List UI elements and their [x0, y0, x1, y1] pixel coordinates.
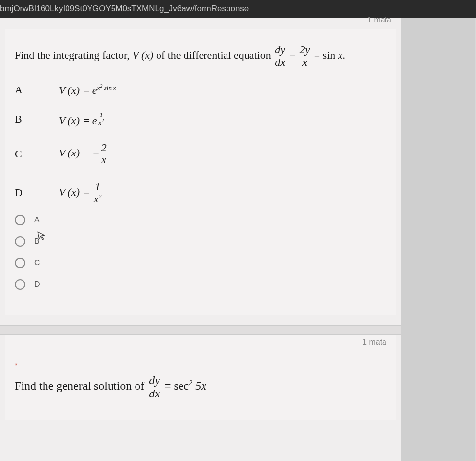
radio-option-a[interactable]: A — [15, 215, 386, 225]
q2-prefix: Find the general solution of — [15, 379, 147, 392]
option-c-letter: C — [15, 148, 59, 160]
radio-option-d[interactable]: D — [15, 279, 386, 290]
option-b-formula: V (x) = e1x2 — [59, 111, 105, 127]
question-2-text: Find the general solution of dy dx = sec… — [5, 369, 396, 420]
option-d-letter: D — [15, 186, 59, 199]
option-a-row: A V (x) = ex2 sin x — [15, 83, 386, 97]
q1-mid: of the differential equation — [156, 49, 273, 61]
q1-frac-dy-dx: dy dx — [273, 44, 287, 68]
radio-label-d: D — [34, 280, 40, 289]
points-badge-top: 1 mata — [0, 13, 401, 24]
card-divider — [0, 325, 401, 335]
option-d-formula: V (x) = 1x2 — [59, 181, 103, 205]
form-page: 1 mata Find the integrating factor, V (x… — [0, 18, 401, 461]
radio-circle-icon — [15, 279, 25, 290]
radio-circle-icon — [15, 236, 25, 247]
points-badge-bottom: 1 mata — [5, 335, 396, 347]
q1-dot: . — [343, 49, 346, 61]
question-2-card: 1 mata * Find the general solution of dy… — [5, 335, 396, 420]
option-c-formula: V (x) = −2x — [59, 142, 108, 166]
radio-label-c: C — [34, 259, 40, 267]
q1-frac-2y-x: 2y x — [298, 44, 311, 68]
q2-frac: dy dx — [147, 374, 161, 400]
radio-label-a: A — [34, 216, 40, 224]
side-gutter — [401, 18, 475, 461]
option-a-formula: V (x) = ex2 sin x — [59, 83, 116, 97]
q2-tail: 5x — [195, 379, 206, 392]
required-asterisk: * — [5, 347, 396, 369]
question-1-card: Find the integrating factor, V (x) of th… — [5, 29, 396, 315]
q1-prefix: Find the integrating factor, — [15, 49, 132, 61]
q1-eq: = sin — [314, 49, 338, 61]
radio-group: A B C D — [15, 215, 386, 290]
question-1-text: Find the integrating factor, V (x) of th… — [15, 44, 386, 68]
q1-minus: − — [289, 49, 298, 61]
q1-vx: V (x) — [132, 49, 153, 61]
option-b-letter: B — [15, 113, 59, 126]
option-b-row: B V (x) = e1x2 — [15, 111, 386, 127]
url-text: bmjOrwBl160LkyI09St0YGOY5M0sTXMNLg_Jv6aw… — [0, 4, 249, 13]
q2-sup: 2 — [189, 379, 192, 387]
option-a-letter: A — [15, 84, 59, 96]
q2-eq: = sec — [164, 379, 189, 392]
radio-circle-icon — [15, 258, 25, 268]
q1-x: x — [338, 49, 343, 61]
radio-option-b[interactable]: B — [15, 236, 386, 247]
options-list: A V (x) = ex2 sin x B V (x) = e1x2 C V (… — [15, 83, 386, 205]
option-c-row: C V (x) = −2x — [15, 142, 386, 166]
radio-option-c[interactable]: C — [15, 258, 386, 268]
radio-circle-icon — [15, 215, 25, 225]
option-d-row: D V (x) = 1x2 — [15, 181, 386, 205]
